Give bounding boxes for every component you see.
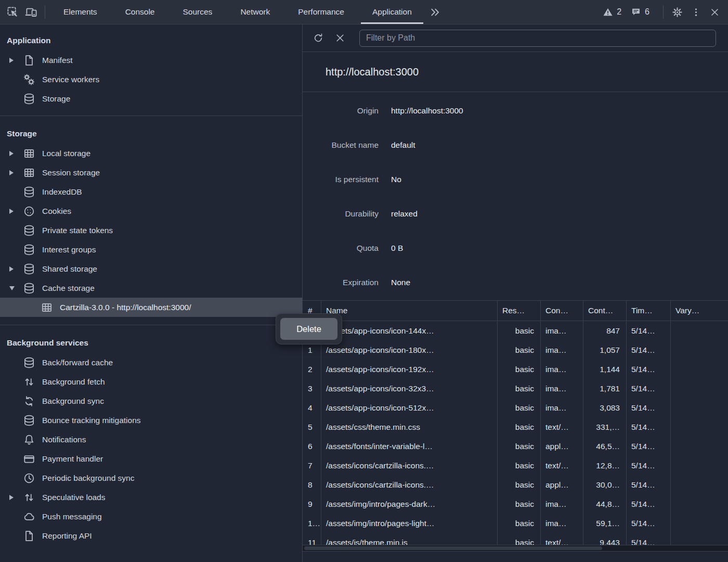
detail-row-bucket-name: Bucket name default xyxy=(303,128,728,162)
table-row[interactable]: 1…/assets/img/intro/pages-light…basicima… xyxy=(303,514,728,533)
detail-label: Origin xyxy=(303,106,379,116)
cache-toolbar xyxy=(303,24,728,52)
sidebar-item-local-storage[interactable]: Local storage xyxy=(0,144,302,163)
expander-collapsed-icon[interactable] xyxy=(9,495,23,500)
database-icon xyxy=(23,414,35,427)
table-row[interactable]: 1/assets/app-icons/icon-180x…basicima…1,… xyxy=(303,340,728,360)
column-header-name[interactable]: Name xyxy=(321,301,498,321)
table-row[interactable]: 3/assets/app-icons/icon-32x3…basicima…1,… xyxy=(303,379,728,398)
devtools-tab-bar: Elements Console Sources Network Perform… xyxy=(0,0,728,24)
sidebar-item-background-fetch[interactable]: Background fetch xyxy=(0,372,302,391)
table-row[interactable]: 8/assets/icons/cartzilla-icons.…basicapp… xyxy=(303,475,728,494)
more-options-button[interactable] xyxy=(686,3,705,21)
horizontal-scrollbar[interactable] xyxy=(303,545,728,552)
more-tabs-button[interactable] xyxy=(426,3,445,21)
tab-performance[interactable]: Performance xyxy=(284,0,358,24)
context-menu-item-delete[interactable]: Delete xyxy=(280,318,337,340)
refresh-button[interactable] xyxy=(310,30,326,46)
sidebar-item-back-forward-cache[interactable]: Back/forward cache xyxy=(0,353,302,372)
sidebar-item-bounce-tracking-mitigations[interactable]: Bounce tracking mitigations xyxy=(0,411,302,430)
sidebar-item-speculative-loads[interactable]: Speculative loads xyxy=(0,488,302,507)
context-menu: Delete xyxy=(276,313,342,344)
sidebar-item-periodic-background-sync[interactable]: Periodic background sync xyxy=(0,468,302,488)
column-header-content-type[interactable]: Con… xyxy=(541,301,583,321)
sidebar-item-cache-storage[interactable]: Cache storage xyxy=(0,278,302,298)
database-icon xyxy=(23,282,35,295)
sidebar-item-reporting-api[interactable]: Reporting API xyxy=(0,526,302,545)
expander-collapsed-icon[interactable] xyxy=(9,58,23,63)
detail-value: relaxed xyxy=(391,209,418,219)
column-header-response-type[interactable]: Res… xyxy=(498,301,541,321)
sidebar-item-service-workers[interactable]: Service workers xyxy=(0,70,302,89)
preview-pane-empty xyxy=(303,552,728,562)
sidebar-item-indexeddb[interactable]: IndexedDB xyxy=(0,182,302,201)
table-row[interactable]: 6/assets/fonts/inter-variable-l…basicapp… xyxy=(303,437,728,456)
sidebar-item-manifest[interactable]: Manifest xyxy=(0,50,302,70)
sidebar-item-notifications[interactable]: Notifications xyxy=(0,430,302,449)
table-row[interactable]: 2/assets/app-icons/icon-192x…basicima…1,… xyxy=(303,360,728,379)
sidebar-item-private-state-tokens[interactable]: Private state tokens xyxy=(0,221,302,240)
bell-icon xyxy=(23,433,35,446)
table-row[interactable]: 4/assets/app-icons/icon-512x…basicima…3,… xyxy=(303,398,728,417)
warnings-badge[interactable]: 2 xyxy=(603,7,621,17)
table-row[interactable]: 7/assets/icons/cartzilla-icons.…basictex… xyxy=(303,456,728,475)
sidebar-item-cookies[interactable]: Cookies xyxy=(0,201,302,221)
section-title-storage: Storage xyxy=(0,124,302,144)
sidebar-item-label: Payment handler xyxy=(42,454,103,464)
table-row[interactable]: 0/assets/app-icons/icon-144x…basicima…84… xyxy=(303,321,728,340)
table-row[interactable]: 9/assets/img/intro/pages-dark…basicima…4… xyxy=(303,494,728,514)
tab-console[interactable]: Console xyxy=(111,0,169,24)
sidebar-item-label: Reporting API xyxy=(42,531,92,541)
tab-elements[interactable]: Elements xyxy=(49,0,111,24)
tab-sources[interactable]: Sources xyxy=(169,0,227,24)
devtools-window: Elements Console Sources Network Perform… xyxy=(0,0,728,562)
tab-application[interactable]: Application xyxy=(358,0,426,24)
table-icon xyxy=(41,301,53,314)
expander-collapsed-icon[interactable] xyxy=(9,151,23,156)
sidebar-divider xyxy=(0,325,302,325)
detail-value: default xyxy=(391,140,415,150)
expander-collapsed-icon[interactable] xyxy=(9,209,23,214)
close-devtools-button[interactable] xyxy=(705,3,724,21)
expander-expanded-icon[interactable] xyxy=(9,286,23,290)
sidebar-item-payment-handler[interactable]: Payment handler xyxy=(0,449,302,468)
inspect-element-button[interactable] xyxy=(3,3,22,21)
panel-tabs: Elements Console Sources Network Perform… xyxy=(49,0,426,24)
table-row[interactable]: 11/assets/js/theme.min.jsbasictext/…9,44… xyxy=(303,533,728,545)
sidebar-item-interest-groups[interactable]: Interest groups xyxy=(0,240,302,259)
filter-by-path-input[interactable] xyxy=(359,30,716,47)
messages-badge[interactable]: 6 xyxy=(631,7,649,17)
topbar-status-cluster: 2 6 xyxy=(603,3,728,21)
sidebar-item-storage[interactable]: Storage xyxy=(0,89,302,108)
sidebar-item-background-sync[interactable]: Background sync xyxy=(0,391,302,411)
column-header-vary[interactable]: Vary… xyxy=(671,301,728,321)
column-header-content-length[interactable]: Cont… xyxy=(583,301,627,321)
column-header-time-cached[interactable]: Tim… xyxy=(627,301,671,321)
settings-button[interactable] xyxy=(668,3,686,21)
database-icon xyxy=(23,93,35,105)
sidebar-item-label: Manifest xyxy=(42,56,73,65)
clear-filter-button[interactable] xyxy=(332,30,348,46)
detail-label: Expiration xyxy=(303,278,379,287)
scrollbar-thumb[interactable] xyxy=(304,546,602,550)
sidebar-item-shared-storage[interactable]: Shared storage xyxy=(0,259,302,278)
sidebar-item-label: Cartzilla-3.0.0 - http://localhost:3000/ xyxy=(60,303,191,312)
device-toolbar-button[interactable] xyxy=(22,3,41,21)
cache-details: Origin http://localhost:3000 Bucket name… xyxy=(303,92,728,300)
tab-network[interactable]: Network xyxy=(226,0,284,24)
application-sidebar: Application Manifest Service workers Sto… xyxy=(0,24,303,562)
sidebar-item-cache-cartzilla[interactable]: Cartzilla-3.0.0 - http://localhost:3000/ xyxy=(0,298,302,317)
sidebar-item-label: Private state tokens xyxy=(42,226,113,235)
table-icon xyxy=(23,147,35,160)
detail-row-expiration: Expiration None xyxy=(303,265,728,300)
refresh-icon xyxy=(313,32,324,44)
sidebar-item-push-messaging[interactable]: Push messaging xyxy=(0,507,302,526)
table-row[interactable]: 5/assets/css/theme.min.cssbasictext/…331… xyxy=(303,417,728,437)
expander-collapsed-icon[interactable] xyxy=(9,266,23,272)
origin-title: http://localhost:3000 xyxy=(303,52,728,92)
section-title-application: Application xyxy=(0,31,302,50)
cloud-icon xyxy=(23,510,35,523)
expander-collapsed-icon[interactable] xyxy=(9,170,23,175)
document-icon xyxy=(23,54,35,67)
sidebar-item-session-storage[interactable]: Session storage xyxy=(0,163,302,182)
